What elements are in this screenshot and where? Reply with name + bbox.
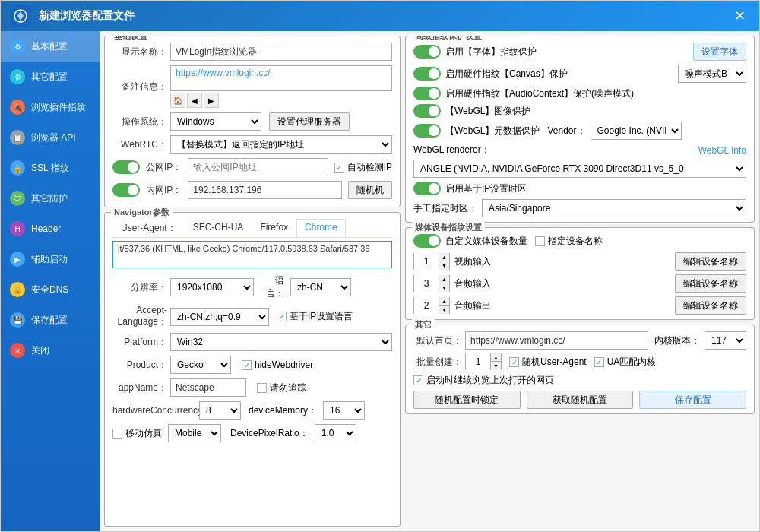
sidebar-item-basic[interactable]: ⚙ 基本配置 bbox=[1, 31, 100, 62]
font-toggle[interactable] bbox=[413, 45, 441, 59]
webgl-info-link[interactable]: WebGL Info bbox=[698, 145, 746, 156]
accept-lang-select[interactable]: zh-CN,zh;q=0.9 bbox=[170, 308, 269, 326]
batch-create-value[interactable] bbox=[466, 353, 490, 370]
save-config-button[interactable]: 保存配置 bbox=[639, 391, 746, 409]
product-select[interactable]: Gecko bbox=[170, 356, 231, 374]
resolution-select[interactable]: 1920x10801366x7681440x900 bbox=[170, 278, 254, 296]
tab-firefox[interactable]: Firefox bbox=[252, 219, 296, 237]
sidebar-item-ssl[interactable]: 🔒 SSL 指纹 bbox=[1, 153, 100, 183]
random-ua-checkbox[interactable] bbox=[509, 357, 519, 367]
accept-lang-label: Accept-Language： bbox=[112, 305, 167, 328]
default-page-input[interactable] bbox=[465, 331, 648, 350]
audio-output-btns: ▲ ▼ bbox=[439, 297, 449, 314]
ip-lang-checkbox[interactable] bbox=[277, 312, 287, 321]
basic-icon: ⚙ bbox=[10, 39, 25, 54]
public-ip-toggle[interactable] bbox=[112, 160, 140, 174]
device-pixel-select[interactable]: 1.01.52.0 bbox=[315, 424, 356, 442]
random-ip-button[interactable]: 随机机 bbox=[348, 181, 392, 199]
auto-restore-checkbox[interactable] bbox=[413, 375, 423, 385]
video-up-btn[interactable]: ▲ bbox=[439, 253, 449, 261]
set-font-button[interactable]: 设置字体 bbox=[693, 43, 746, 61]
sidebar-item-header[interactable]: H Header bbox=[1, 214, 100, 244]
language-select[interactable]: zh-CN bbox=[290, 278, 351, 296]
sidebar-item-api[interactable]: 📋 浏览器 API bbox=[1, 122, 100, 153]
audio-input-value[interactable] bbox=[414, 275, 439, 292]
specify-name-checkbox[interactable] bbox=[535, 236, 545, 246]
auto-detect-wrap[interactable]: 自动检测IP bbox=[334, 161, 392, 174]
manual-timezone-select[interactable]: Asia/Singapore bbox=[482, 199, 746, 217]
home-icon[interactable]: 🏠 bbox=[170, 93, 185, 108]
tab-chrome[interactable]: Chrome bbox=[296, 219, 346, 237]
webgl-data-toggle[interactable] bbox=[413, 124, 441, 138]
webrtc-select[interactable]: 【替换模式】返回指定的IP地址 bbox=[170, 135, 392, 154]
random-lock-button[interactable]: 随机配置时锁定 bbox=[413, 391, 521, 409]
sidebar-item-other[interactable]: ⚙ 其它配置 bbox=[1, 62, 100, 92]
next-icon[interactable]: ▶ bbox=[204, 93, 219, 108]
ip-lang-wrap[interactable]: 基于IP设置语言 bbox=[277, 310, 353, 323]
device-memory-select[interactable]: 16248 bbox=[323, 401, 365, 420]
ua-match-checkbox[interactable] bbox=[594, 357, 604, 367]
video-input-value[interactable] bbox=[414, 253, 439, 270]
audio-input-down-btn[interactable]: ▼ bbox=[439, 283, 449, 292]
video-down-btn[interactable]: ▼ bbox=[439, 261, 449, 270]
hide-webdriver-checkbox[interactable] bbox=[242, 360, 252, 370]
edit-audio-input-button[interactable]: 编辑设备名称 bbox=[675, 274, 746, 293]
edit-audio-output-button[interactable]: 编辑设备名称 bbox=[675, 296, 746, 315]
platform-select[interactable]: Win32Win64MacIntel bbox=[170, 333, 392, 351]
audio-output-down-btn[interactable]: ▼ bbox=[439, 306, 449, 314]
public-ip-input[interactable] bbox=[188, 158, 328, 176]
vendor-select[interactable]: Google Inc. (NVIDGoogle Inc. (AMD) bbox=[591, 122, 682, 140]
random-ua-wrap[interactable]: 随机User-Agent bbox=[509, 356, 587, 369]
no-trace-checkbox[interactable] bbox=[257, 383, 267, 393]
noise-mode-select[interactable]: 噪声模式B噪声模式A噪声模式C bbox=[678, 65, 746, 83]
audio-output-up-btn[interactable]: ▲ bbox=[439, 297, 449, 306]
audio-input-up-btn[interactable]: ▲ bbox=[439, 275, 449, 283]
mobile-select[interactable]: Mobile bbox=[168, 424, 221, 442]
canvas-toggle[interactable] bbox=[413, 67, 441, 81]
specify-name-wrap[interactable]: 指定设备名称 bbox=[535, 235, 603, 248]
sidebar-item-close[interactable]: ✕ 关闭 bbox=[1, 335, 100, 366]
internal-ip-toggle[interactable] bbox=[112, 183, 140, 197]
hide-webdriver-wrap[interactable]: hideWebdriver bbox=[242, 359, 313, 370]
custom-count-toggle[interactable] bbox=[413, 234, 441, 248]
webgl-data-row: 【WebGL】元数据保护 Vendor： Google Inc. (NVIDGo… bbox=[413, 122, 746, 140]
internal-ip-input[interactable] bbox=[188, 181, 342, 199]
sidebar-item-assist[interactable]: ▶ 辅助启动 bbox=[1, 244, 100, 274]
sidebar-label-other: 其它配置 bbox=[31, 71, 68, 84]
prev-icon[interactable]: ◀ bbox=[187, 93, 202, 108]
display-name-input[interactable] bbox=[170, 43, 392, 61]
auto-restore-wrap[interactable]: 启动时继续浏览上次打开的网页 bbox=[413, 374, 554, 387]
mobile-sim-checkbox[interactable] bbox=[112, 429, 122, 439]
edit-video-button[interactable]: 编辑设备名称 bbox=[675, 252, 746, 271]
proxy-server-button[interactable]: 设置代理服务器 bbox=[269, 112, 350, 131]
sidebar-item-dns[interactable]: 🔒 安全DNS bbox=[1, 274, 100, 305]
main-content: ⚙ 基本配置 ⚙ 其它配置 🔌 浏览插件指纹 📋 浏览器 API 🔒 SSL 指… bbox=[1, 31, 759, 531]
sidebar-item-save[interactable]: 💾 保存配置 bbox=[1, 305, 100, 335]
core-version-select[interactable]: 117118119 bbox=[705, 331, 746, 350]
mobile-sim-wrap[interactable]: 移动仿真 bbox=[112, 427, 162, 440]
timezone-toggle[interactable] bbox=[413, 182, 441, 195]
internal-ip-label: 内网IP： bbox=[146, 184, 182, 197]
webgl-renderer-select[interactable]: ANGLE (NVIDIA, NVIDIA GeForce RTX 3090 D… bbox=[413, 160, 746, 178]
ua-match-wrap[interactable]: UA匹配内核 bbox=[594, 356, 657, 369]
specify-name-label: 指定设备名称 bbox=[548, 235, 603, 248]
sidebar-item-plugin[interactable]: 🔌 浏览插件指纹 bbox=[1, 92, 100, 122]
no-trace-wrap[interactable]: 请勿追踪 bbox=[257, 382, 306, 394]
useragent-textarea[interactable]: it/537.36 (KHTML, like Gecko) Chrome/117… bbox=[112, 241, 392, 268]
appname-input[interactable] bbox=[170, 378, 246, 397]
os-select[interactable]: Windows MacOS Linux bbox=[170, 112, 261, 131]
tab-sec-ch-ua[interactable]: SEC-CH-UA bbox=[185, 219, 252, 237]
batch-up-btn[interactable]: ▲ bbox=[490, 353, 501, 362]
tab-useragent[interactable]: User-Agent： bbox=[112, 219, 185, 237]
timezone-label: 启用基于IP设置时区 bbox=[445, 182, 527, 195]
hw-concurrency-select[interactable]: 82416 bbox=[199, 401, 241, 420]
audiocontext-toggle[interactable] bbox=[413, 87, 441, 100]
batch-down-btn[interactable]: ▼ bbox=[490, 362, 501, 370]
remark-input[interactable]: https://www.vmlogin.cc/ bbox=[170, 65, 392, 91]
close-button[interactable]: ✕ bbox=[729, 5, 750, 27]
auto-detect-checkbox[interactable] bbox=[334, 163, 344, 173]
audio-output-value[interactable] bbox=[414, 297, 439, 314]
get-random-button[interactable]: 获取随机配置 bbox=[527, 391, 634, 409]
sidebar-item-protection[interactable]: 🛡 其它防护 bbox=[1, 183, 100, 214]
webgl-image-toggle[interactable] bbox=[413, 104, 441, 118]
